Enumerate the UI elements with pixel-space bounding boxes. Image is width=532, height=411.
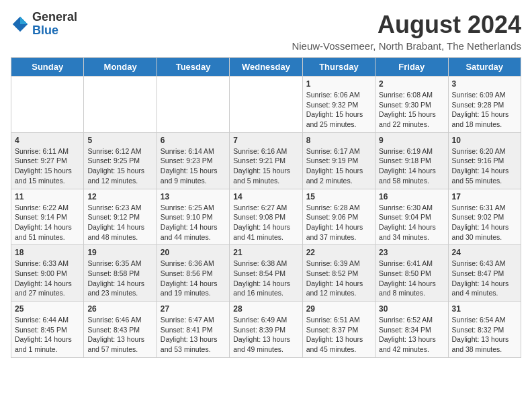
week-row-3: 11Sunrise: 6:22 AM Sunset: 9:14 PM Dayli… (11, 189, 521, 245)
week-row-4: 18Sunrise: 6:33 AM Sunset: 9:00 PM Dayli… (11, 245, 521, 302)
day-number: 23 (379, 248, 444, 257)
day-info: Sunrise: 6:41 AM Sunset: 8:50 PM Dayligh… (379, 259, 444, 298)
day-cell: 17Sunrise: 6:31 AM Sunset: 9:02 PM Dayli… (448, 189, 521, 245)
day-number: 18 (15, 248, 80, 257)
location: Nieuw-Vossemeer, North Brabant, The Neth… (292, 40, 521, 52)
day-cell: 31Sunrise: 6:54 AM Sunset: 8:32 PM Dayli… (448, 302, 521, 358)
day-info: Sunrise: 6:06 AM Sunset: 9:32 PM Dayligh… (306, 90, 371, 130)
day-number: 25 (15, 304, 80, 314)
day-cell: 15Sunrise: 6:28 AM Sunset: 9:06 PM Dayli… (302, 189, 375, 245)
day-info: Sunrise: 6:52 AM Sunset: 8:34 PM Dayligh… (379, 315, 444, 355)
day-info: Sunrise: 6:25 AM Sunset: 9:10 PM Dayligh… (161, 203, 226, 242)
day-number: 11 (15, 192, 80, 201)
title-block: August 2024 Nieuw-Vossemeer, North Braba… (292, 11, 521, 52)
day-cell: 19Sunrise: 6:35 AM Sunset: 8:58 PM Dayli… (84, 245, 157, 302)
day-cell: 23Sunrise: 6:41 AM Sunset: 8:50 PM Dayli… (375, 245, 448, 302)
week-row-5: 25Sunrise: 6:44 AM Sunset: 8:45 PM Dayli… (11, 302, 521, 358)
day-info: Sunrise: 6:36 AM Sunset: 8:56 PM Dayligh… (161, 259, 226, 298)
day-number: 20 (161, 248, 226, 257)
day-info: Sunrise: 6:47 AM Sunset: 8:41 PM Dayligh… (161, 315, 226, 355)
day-cell: 10Sunrise: 6:20 AM Sunset: 9:16 PM Dayli… (448, 132, 521, 189)
day-cell: 18Sunrise: 6:33 AM Sunset: 9:00 PM Dayli… (11, 245, 84, 302)
day-number: 30 (379, 304, 444, 314)
week-row-1: 1Sunrise: 6:06 AM Sunset: 9:32 PM Daylig… (11, 77, 521, 133)
day-cell: 2Sunrise: 6:08 AM Sunset: 9:30 PM Daylig… (375, 77, 448, 133)
day-number: 13 (161, 192, 226, 201)
month-year: August 2024 (292, 11, 521, 39)
day-number: 19 (87, 248, 152, 257)
day-cell: 16Sunrise: 6:30 AM Sunset: 9:04 PM Dayli… (375, 189, 448, 245)
page-header: General Blue August 2024 Nieuw-Vossemeer… (11, 11, 521, 52)
day-number: 8 (306, 136, 371, 145)
logo: General Blue (11, 11, 77, 38)
day-info: Sunrise: 6:20 AM Sunset: 9:16 PM Dayligh… (452, 146, 517, 186)
day-info: Sunrise: 6:22 AM Sunset: 9:14 PM Dayligh… (15, 203, 80, 242)
day-number: 5 (87, 136, 152, 145)
day-info: Sunrise: 6:11 AM Sunset: 9:27 PM Dayligh… (15, 146, 80, 186)
week-row-2: 4Sunrise: 6:11 AM Sunset: 9:27 PM Daylig… (11, 132, 521, 189)
day-cell: 21Sunrise: 6:38 AM Sunset: 8:54 PM Dayli… (230, 245, 302, 302)
day-number: 12 (87, 192, 152, 201)
day-cell: 3Sunrise: 6:09 AM Sunset: 9:28 PM Daylig… (448, 77, 521, 133)
day-number: 26 (87, 304, 152, 314)
weekday-header-thursday: Thursday (302, 58, 375, 77)
day-number: 2 (379, 79, 444, 89)
day-info: Sunrise: 6:08 AM Sunset: 9:30 PM Dayligh… (379, 90, 444, 130)
day-number: 16 (379, 192, 444, 201)
day-number: 15 (306, 192, 371, 201)
day-info: Sunrise: 6:27 AM Sunset: 9:08 PM Dayligh… (233, 203, 298, 242)
day-cell: 8Sunrise: 6:17 AM Sunset: 9:19 PM Daylig… (302, 132, 375, 189)
day-cell: 27Sunrise: 6:47 AM Sunset: 8:41 PM Dayli… (157, 302, 229, 358)
day-number: 21 (233, 248, 298, 257)
logo-blue: Blue (32, 24, 58, 37)
day-number: 29 (306, 304, 371, 314)
day-cell: 25Sunrise: 6:44 AM Sunset: 8:45 PM Dayli… (11, 302, 84, 358)
day-number: 3 (452, 79, 517, 89)
day-info: Sunrise: 6:14 AM Sunset: 9:23 PM Dayligh… (161, 146, 226, 186)
day-cell: 7Sunrise: 6:16 AM Sunset: 9:21 PM Daylig… (230, 132, 302, 189)
weekday-header-wednesday: Wednesday (230, 58, 302, 77)
day-number: 14 (233, 192, 298, 201)
day-cell: 1Sunrise: 6:06 AM Sunset: 9:32 PM Daylig… (302, 77, 375, 133)
day-number: 22 (306, 248, 371, 257)
weekday-header-saturday: Saturday (448, 58, 521, 77)
day-info: Sunrise: 6:46 AM Sunset: 8:43 PM Dayligh… (87, 315, 152, 355)
day-info: Sunrise: 6:39 AM Sunset: 8:52 PM Dayligh… (306, 259, 371, 298)
day-cell (230, 77, 302, 133)
day-info: Sunrise: 6:23 AM Sunset: 9:12 PM Dayligh… (87, 203, 152, 242)
day-number: 1 (306, 79, 371, 89)
day-cell: 11Sunrise: 6:22 AM Sunset: 9:14 PM Dayli… (11, 189, 84, 245)
day-cell: 20Sunrise: 6:36 AM Sunset: 8:56 PM Dayli… (157, 245, 229, 302)
calendar-table: SundayMondayTuesdayWednesdayThursdayFrid… (11, 57, 521, 358)
day-number: 17 (452, 192, 517, 201)
weekday-header-friday: Friday (375, 58, 448, 77)
day-cell: 5Sunrise: 6:12 AM Sunset: 9:25 PM Daylig… (84, 132, 157, 189)
day-info: Sunrise: 6:54 AM Sunset: 8:32 PM Dayligh… (452, 315, 517, 355)
day-cell: 28Sunrise: 6:49 AM Sunset: 8:39 PM Dayli… (230, 302, 302, 358)
day-info: Sunrise: 6:16 AM Sunset: 9:21 PM Dayligh… (233, 146, 298, 186)
day-info: Sunrise: 6:12 AM Sunset: 9:25 PM Dayligh… (87, 146, 152, 186)
day-cell: 13Sunrise: 6:25 AM Sunset: 9:10 PM Dayli… (157, 189, 229, 245)
day-cell: 29Sunrise: 6:51 AM Sunset: 8:37 PM Dayli… (302, 302, 375, 358)
day-cell: 4Sunrise: 6:11 AM Sunset: 9:27 PM Daylig… (11, 132, 84, 189)
day-info: Sunrise: 6:43 AM Sunset: 8:47 PM Dayligh… (452, 259, 517, 298)
day-cell: 30Sunrise: 6:52 AM Sunset: 8:34 PM Dayli… (375, 302, 448, 358)
day-number: 24 (452, 248, 517, 257)
day-info: Sunrise: 6:09 AM Sunset: 9:28 PM Dayligh… (452, 90, 517, 130)
weekday-header-row: SundayMondayTuesdayWednesdayThursdayFrid… (11, 58, 521, 77)
logo-icon (11, 15, 30, 34)
day-info: Sunrise: 6:17 AM Sunset: 9:19 PM Dayligh… (306, 146, 371, 186)
day-info: Sunrise: 6:28 AM Sunset: 9:06 PM Dayligh… (306, 203, 371, 242)
svg-marker-1 (20, 17, 28, 24)
day-cell (84, 77, 157, 133)
day-info: Sunrise: 6:19 AM Sunset: 9:18 PM Dayligh… (379, 146, 444, 186)
logo-general: General (32, 10, 77, 24)
day-info: Sunrise: 6:31 AM Sunset: 9:02 PM Dayligh… (452, 203, 517, 242)
day-number: 4 (15, 136, 80, 145)
day-number: 9 (379, 136, 444, 145)
day-cell: 14Sunrise: 6:27 AM Sunset: 9:08 PM Dayli… (230, 189, 302, 245)
day-cell (157, 77, 229, 133)
day-number: 6 (161, 136, 226, 145)
day-cell: 24Sunrise: 6:43 AM Sunset: 8:47 PM Dayli… (448, 245, 521, 302)
day-cell: 6Sunrise: 6:14 AM Sunset: 9:23 PM Daylig… (157, 132, 229, 189)
